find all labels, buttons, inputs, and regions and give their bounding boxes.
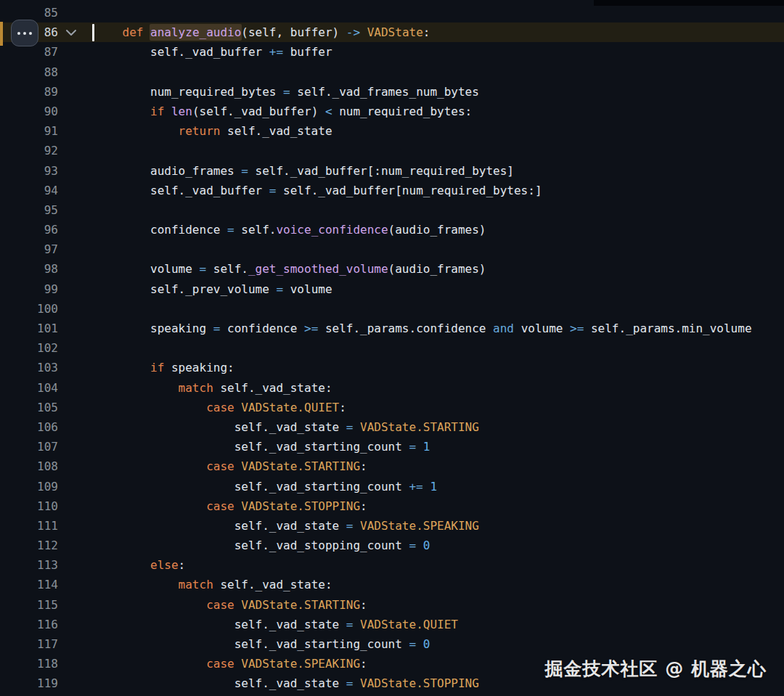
line-number[interactable]: 112 (0, 536, 58, 555)
line-number[interactable]: 113 (0, 555, 58, 575)
code-line[interactable]: 89 num_required_bytes = self._vad_frames… (0, 82, 784, 102)
gutter-fold-area (58, 555, 94, 575)
line-number[interactable]: 96 (0, 220, 58, 239)
gutter-fold-area (58, 299, 94, 319)
code-line[interactable]: 98 volume = self._get_smoothed_volume(au… (0, 259, 784, 279)
code-line[interactable]: 91 return self._vad_state (0, 121, 784, 141)
code-line[interactable]: 111 self._vad_state = VADState.SPEAKING (0, 516, 784, 536)
gutter-fold-area (58, 102, 94, 121)
gutter-fold-area (58, 239, 94, 259)
gutter-fold-area (58, 516, 94, 536)
line-number[interactable]: 104 (0, 378, 58, 398)
gutter-fold-area (58, 3, 94, 22)
code-line[interactable]: 117 self._vad_starting_count = 0 (0, 634, 784, 654)
gutter-fold-area (58, 62, 94, 82)
code-line[interactable]: 102 (0, 338, 784, 358)
code-line[interactable]: 114 match self._vad_state: (0, 575, 784, 594)
gutter-fold-area (58, 22, 94, 42)
code-line[interactable]: 103 if speaking: (0, 358, 784, 377)
line-number[interactable]: 115 (0, 595, 58, 615)
line-number[interactable]: 99 (0, 279, 58, 299)
line-number[interactable]: 119 (0, 674, 58, 693)
code-text: self._vad_buffer += buffer (94, 42, 332, 62)
code-line[interactable]: 100 (0, 299, 784, 319)
code-line[interactable]: 105 case VADState.QUIET: (0, 398, 784, 417)
code-line[interactable]: 110 case VADState.STOPPING: (0, 496, 784, 516)
code-line[interactable]: 112 self._vad_stopping_count = 0 (0, 536, 784, 555)
line-number[interactable]: 117 (0, 634, 58, 654)
code-line[interactable]: 93 audio_frames = self._vad_buffer[:num_… (0, 161, 784, 181)
gutter-fold-area (58, 279, 94, 299)
gutter-fold-area (58, 398, 94, 417)
code-line[interactable]: 109 self._vad_starting_count += 1 (0, 477, 784, 496)
code-line[interactable]: 87 self._vad_buffer += buffer (0, 42, 784, 62)
code-line[interactable]: 116 self._vad_state = VADState.QUIET (0, 615, 784, 634)
line-number[interactable]: 88 (0, 62, 58, 82)
line-number[interactable]: 101 (0, 319, 58, 338)
line-number[interactable]: 91 (0, 121, 58, 141)
gutter-fold-area (58, 200, 94, 220)
line-number[interactable]: 103 (0, 358, 58, 377)
gutter-fold-area (58, 42, 94, 62)
line-number[interactable]: 89 (0, 82, 58, 102)
code-line[interactable]: 115 case VADState.STARTING: (0, 595, 784, 615)
code-line[interactable]: 113 else: (0, 555, 784, 575)
line-number[interactable]: 106 (0, 417, 58, 437)
gutter-fold-area (58, 82, 94, 102)
chevron-down-icon[interactable] (65, 29, 77, 36)
line-number[interactable]: 93 (0, 161, 58, 181)
line-number[interactable]: 116 (0, 615, 58, 634)
line-number[interactable]: 108 (0, 457, 58, 476)
line-number[interactable]: 118 (0, 654, 58, 674)
gutter-fold-area (58, 615, 94, 634)
code-text: match self._vad_state: (94, 575, 332, 594)
active-line-accent-bar (0, 22, 3, 46)
gutter-fold-area (58, 141, 94, 160)
top-right-strip (594, 0, 784, 6)
line-number[interactable]: 95 (0, 200, 58, 220)
line-number[interactable]: 107 (0, 437, 58, 457)
line-number[interactable]: 94 (0, 181, 58, 200)
code-line[interactable]: 94 self._vad_buffer = self._vad_buffer[n… (0, 181, 784, 200)
code-line[interactable]: 104 match self._vad_state: (0, 378, 784, 398)
code-line[interactable]: 86 def analyze_audio(self, buffer) -> VA… (0, 22, 784, 42)
code-text: return self._vad_state (94, 121, 332, 141)
code-line[interactable]: 107 self._vad_starting_count = 1 (0, 437, 784, 457)
code-line[interactable]: 97 (0, 239, 784, 259)
code-line[interactable]: 85 (0, 3, 784, 22)
gutter-fold-area (58, 536, 94, 555)
code-line[interactable]: 101 speaking = confidence >= self._param… (0, 319, 784, 338)
code-line[interactable]: 99 self._prev_volume = volume (0, 279, 784, 299)
code-line[interactable]: 108 case VADState.STARTING: (0, 457, 784, 476)
gutter-fold-area (58, 457, 94, 476)
code-text: confidence = self.voice_confidence(audio… (94, 220, 486, 239)
code-text: case VADState.STOPPING: (94, 496, 367, 516)
code-text: speaking = confidence >= self._params.co… (94, 319, 752, 338)
code-line[interactable]: 92 (0, 141, 784, 160)
code-text: case VADState.STARTING: (94, 595, 367, 615)
code-line[interactable]: 96 confidence = self.voice_confidence(au… (0, 220, 784, 239)
line-number[interactable]: 111 (0, 516, 58, 536)
code-line[interactable]: 90 if len(self._vad_buffer) < num_requir… (0, 102, 784, 121)
gutter-fold-area (58, 259, 94, 279)
gutter-fold-area (58, 654, 94, 674)
line-number[interactable]: 97 (0, 239, 58, 259)
line-number[interactable]: 102 (0, 338, 58, 358)
code-line[interactable]: 88 (0, 62, 784, 82)
code-text: self._vad_starting_count = 1 (94, 437, 430, 457)
code-text: self._vad_buffer = self._vad_buffer[num_… (94, 181, 542, 200)
line-number[interactable]: 98 (0, 259, 58, 279)
line-number[interactable]: 105 (0, 398, 58, 417)
line-number[interactable]: 109 (0, 477, 58, 496)
code-line[interactable]: 106 self._vad_state = VADState.STARTING (0, 417, 784, 437)
line-number[interactable]: 110 (0, 496, 58, 516)
line-number[interactable]: 90 (0, 102, 58, 121)
code-text: self._vad_starting_count += 1 (94, 477, 437, 496)
code-editor[interactable]: 8586 def analyze_audio(self, buffer) -> … (0, 0, 784, 696)
code-text: self._vad_starting_count = 0 (94, 634, 430, 654)
line-number[interactable]: 92 (0, 141, 58, 160)
line-number[interactable]: 100 (0, 299, 58, 319)
inline-actions-button[interactable] (11, 20, 38, 46)
code-line[interactable]: 95 (0, 200, 784, 220)
line-number[interactable]: 114 (0, 575, 58, 594)
